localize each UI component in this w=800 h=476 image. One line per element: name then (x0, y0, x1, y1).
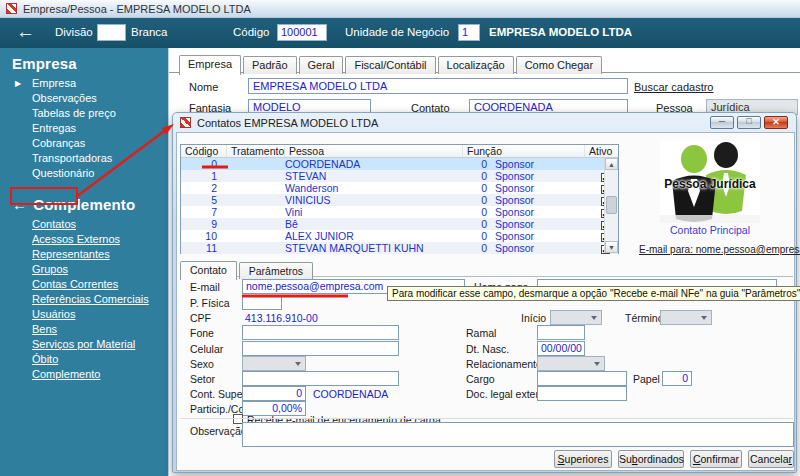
main-tabstrip: EmpresaPadrãoGeralFiscal/ContábilLocaliz… (179, 54, 604, 74)
table-row[interactable]: 7Vini0Sponsor✓ (181, 206, 618, 218)
unidade-name: EMPRESA MODELO LTDA (489, 26, 632, 38)
sidebar-item-entregas[interactable]: Entregas (0, 121, 168, 136)
relacionamento-select[interactable] (537, 356, 605, 371)
inicio-label: Início (521, 312, 546, 324)
observacao-textarea[interactable] (242, 422, 794, 447)
sidebar-item-grupos[interactable]: Grupos (0, 262, 168, 277)
sidebar-item-cobrancas[interactable]: Cobranças (0, 136, 168, 151)
sidebar-item-observacoes[interactable]: Observações (0, 91, 168, 106)
scroll-up-icon[interactable]: ▲ (605, 158, 618, 170)
sidebar-item-questionario[interactable]: Questionário (0, 166, 168, 181)
table-row[interactable]: 5VINICIUS0Sponsor✓ (181, 194, 618, 206)
col-funcao[interactable]: Função (463, 145, 585, 157)
selected-arrow-icon: ▶ (15, 78, 21, 89)
sidebar-item-transportadoras[interactable]: Transportadoras (0, 151, 168, 166)
contato-principal-link[interactable]: Contato Principal (660, 224, 760, 236)
pessoa-juridica-caption: Pessoa Jurídica (654, 177, 766, 191)
buscar-cadastro-link[interactable]: Buscar cadastro (634, 81, 713, 93)
divisao-input[interactable] (97, 24, 126, 41)
table-row[interactable]: 10ALEX JUNIOR0Sponsor✓ (181, 230, 618, 242)
cargo-input[interactable] (537, 371, 627, 386)
app-icon (6, 3, 17, 14)
contacts-table-header: Código Tratamento Pessoa Função Ativo (181, 145, 618, 158)
sidebar-section-complemento: ←Complemento (0, 189, 168, 217)
cont-superior-name: COORDENADA (313, 388, 388, 400)
sidebar-item-contas-correntes[interactable]: Contas Correntes (0, 277, 168, 292)
table-row[interactable]: 9Bê0Sponsor✓ (181, 218, 618, 230)
celular-input[interactable] (242, 341, 399, 356)
sidebar-item-empresa[interactable]: ▶Empresa (0, 76, 168, 91)
fone-input[interactable] (242, 325, 399, 340)
unidade-input[interactable]: 1 (458, 24, 480, 41)
table-row[interactable]: 11STEVAN MARQUETTI KUHN0Sponsor✓ (181, 242, 618, 254)
left-arrow-icon: ← (12, 196, 27, 213)
sidebar-item-tabelas-de-preco[interactable]: Tabelas de preço (0, 106, 168, 121)
scroll-thumb[interactable] (606, 196, 617, 214)
sidebar-item-usuarios[interactable]: Usuários (0, 307, 168, 322)
observacao-label: Observação (190, 425, 247, 437)
email-label: E-mail (190, 281, 220, 293)
setor-label: Setor (190, 373, 215, 385)
dialog-tab-contato[interactable]: Contato (180, 261, 237, 280)
tab-fiscal-contabil[interactable]: Fiscal/Contábil (345, 56, 435, 74)
sidebar-section-empresa-items: ▶EmpresaObservaçõesTabelas de preçoEntre… (0, 76, 168, 181)
doc-legal-input[interactable] (537, 386, 627, 401)
sidebar-item-obito[interactable]: Óbito (0, 352, 168, 367)
table-row[interactable]: 1STEVAN0Sponsor✓ (181, 170, 618, 182)
back-arrow-icon[interactable]: ← (16, 21, 35, 43)
cont-superior-input[interactable]: 0 (242, 386, 306, 401)
contacts-table: Código Tratamento Pessoa Função Ativo 0C… (180, 144, 619, 254)
contatos-dialog: Contatos EMPRESA MODELO LTDA ─ □ ✕ Códig… (172, 112, 797, 473)
subordinados-button[interactable]: Subordinados (618, 450, 684, 468)
email-para-link[interactable]: E-mail para: nome.pessoa@empresa.com (639, 244, 795, 255)
dialog-titlebar[interactable]: Contatos EMPRESA MODELO LTDA (173, 113, 796, 132)
table-row[interactable]: 2Wanderson0Sponsor✓ (181, 182, 618, 194)
relacionamento-label: Relacionamento (466, 358, 542, 370)
scroll-down-icon[interactable]: ▼ (605, 241, 618, 253)
table-scrollbar[interactable]: ▲ ▼ (604, 158, 618, 253)
sidebar-item-complemento[interactable]: Complemento (0, 367, 168, 382)
table-row[interactable]: 0COORDENADA0Sponsor (181, 158, 618, 170)
topbar: ← Divisão Branca Código 100001 Unidade d… (0, 18, 800, 48)
nome-label: Nome (189, 81, 218, 93)
papel-label: Papel (633, 373, 660, 385)
nome-input[interactable]: EMPRESA MODELO LTDA (248, 78, 628, 94)
cargo-label: Cargo (466, 373, 495, 385)
confirmar-button[interactable]: Confirmar (690, 450, 742, 468)
sidebar-item-acessos-externos[interactable]: Acessos Externos (0, 232, 168, 247)
divisao-suffix: Branca (131, 26, 167, 38)
papel-input[interactable]: 0 (662, 371, 692, 386)
sidebar: Empresa ▶EmpresaObservaçõesTabelas de pr… (0, 48, 168, 476)
dtnasc-input[interactable]: 00/00/00 (537, 341, 585, 356)
dialog-tab-parametros[interactable]: Parâmetros (239, 262, 313, 279)
sidebar-item-representantes[interactable]: Representantes (0, 247, 168, 262)
tab-localizacao[interactable]: Localização (438, 56, 514, 74)
termino-select[interactable] (660, 310, 712, 325)
pfisica-label: P. Física (190, 297, 230, 309)
sidebar-item-bens[interactable]: Bens (0, 322, 168, 337)
tab-empresa[interactable]: Empresa (179, 55, 241, 75)
col-pessoa[interactable]: Pessoa (285, 145, 463, 157)
tab-geral[interactable]: Geral (299, 56, 344, 74)
sidebar-item-servicos-por-material[interactable]: Serviços por Material (0, 337, 168, 352)
maximize-button[interactable]: □ (737, 116, 761, 129)
ramal-input[interactable] (537, 325, 585, 340)
col-codigo[interactable]: Código (181, 145, 227, 157)
codigo-input[interactable]: 100001 (277, 24, 327, 41)
close-button[interactable]: ✕ (764, 116, 788, 129)
window-title: Empresa/Pessoa - EMPRESA MODELO LTDA (23, 3, 251, 15)
sexo-select[interactable] (242, 356, 306, 371)
pfisica-input[interactable] (242, 295, 282, 310)
minimize-button[interactable]: ─ (710, 116, 734, 129)
col-ativo[interactable]: Ativo (585, 145, 606, 157)
superiores-button[interactable]: Superiores (554, 450, 612, 468)
sidebar-item-referencias-comerciais[interactable]: Referências Comerciais (0, 292, 168, 307)
setor-input[interactable] (242, 371, 399, 386)
inicio-select[interactable] (550, 310, 602, 325)
tab-como-chegar[interactable]: Como Chegar (516, 56, 602, 74)
col-tratamento[interactable]: Tratamento (227, 145, 285, 157)
unidade-label: Unidade de Negócio (345, 26, 449, 38)
tab-padrao[interactable]: Padrão (243, 56, 296, 74)
sidebar-item-contatos[interactable]: Contatos (0, 217, 168, 232)
cancelar-button[interactable]: Cancelar (748, 450, 794, 468)
